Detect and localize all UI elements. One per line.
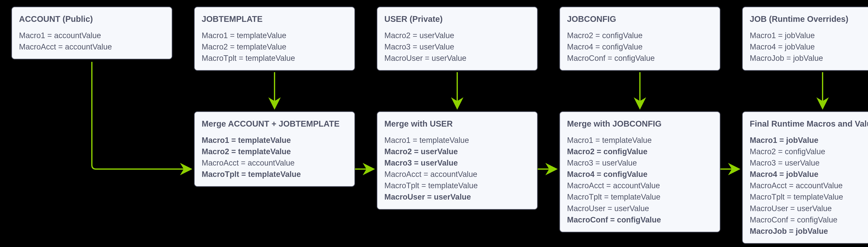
node-title: ACCOUNT (Public): [19, 13, 165, 25]
macro-line: MacroAcct = accountValue: [750, 180, 868, 191]
macro-line: Macro1 = templateValue: [384, 135, 530, 146]
macro-line: Macro2 = templateValue: [202, 41, 347, 52]
macro-line: Macro4 = jobValue: [750, 169, 868, 180]
macro-line: MacroTplt = templateValue: [202, 52, 347, 64]
macro-line: MacroConf = configValue: [750, 214, 868, 225]
macro-line: Macro3 = userValue: [384, 157, 530, 169]
node-title: JOBCONFIG: [567, 13, 713, 25]
macro-line: Macro3 = userValue: [567, 157, 713, 169]
macro-line: MacroTplt = templateValue: [750, 191, 868, 203]
macro-line: Macro2 = configValue: [567, 146, 713, 157]
macro-line: Macro3 = userValue: [750, 157, 868, 169]
macro-line: MacroUser = userValue: [384, 52, 530, 64]
node-merge-final: Final Runtime Macros and ValuesMacro1 = …: [742, 111, 868, 244]
macro-line: MacroTplt = templateValue: [384, 180, 530, 191]
macro-line: Macro4 = configValue: [567, 169, 713, 180]
node-title: JOBTEMPLATE: [202, 13, 347, 25]
macro-line: MacroJob = jobValue: [750, 225, 868, 237]
macro-line: Macro2 = configValue: [750, 146, 868, 157]
node-title: Merge ACCOUNT + JOBTEMPLATE: [202, 118, 347, 130]
node-job: JOB (Runtime Overrides)Macro1 = jobValue…: [742, 7, 868, 71]
node-merge-jobconfig: Merge with JOBCONFIGMacro1 = templateVal…: [559, 111, 720, 232]
macro-line: Macro2 = userValue: [384, 146, 530, 157]
node-title: Final Runtime Macros and Values: [750, 118, 868, 130]
macro-line: Macro4 = jobValue: [750, 41, 868, 52]
macro-line: Macro3 = userValue: [384, 41, 530, 52]
node-title: Merge with JOBCONFIG: [567, 118, 713, 130]
macro-line: Macro1 = templateValue: [202, 30, 347, 41]
node-jobconfig: JOBCONFIGMacro2 = configValueMacro4 = co…: [559, 7, 720, 71]
macro-line: MacroConf = configValue: [567, 52, 713, 64]
macro-line: MacroAcct = accountValue: [384, 169, 530, 180]
node-title: USER (Private): [384, 13, 530, 25]
macro-line: MacroAcct = accountValue: [567, 180, 713, 191]
macro-line: Macro2 = userValue: [384, 30, 530, 41]
macro-line: Macro1 = templateValue: [202, 135, 347, 146]
node-account: ACCOUNT (Public)Macro1 = accountValueMac…: [11, 7, 173, 59]
node-jobtemplate: JOBTEMPLATEMacro1 = templateValueMacro2 …: [194, 7, 355, 71]
diagram-canvas: ACCOUNT (Public)Macro1 = accountValueMac…: [0, 0, 868, 247]
macro-line: MacroAcct = accountValue: [202, 157, 347, 169]
node-title: JOB (Runtime Overrides): [750, 13, 868, 25]
node-user: USER (Private)Macro2 = userValueMacro3 =…: [377, 7, 538, 71]
macro-line: MacroUser = userValue: [567, 203, 713, 214]
macro-line: MacroTplt = templateValue: [202, 169, 347, 180]
node-title: Merge with USER: [384, 118, 530, 130]
node-merge-account-jobtemplate: Merge ACCOUNT + JOBTEMPLATEMacro1 = temp…: [194, 111, 355, 187]
macro-line: MacroUser = userValue: [384, 191, 530, 203]
macro-line: MacroUser = userValue: [750, 203, 868, 214]
macro-line: MacroJob = jobValue: [750, 52, 868, 64]
macro-line: Macro1 = templateValue: [567, 135, 713, 146]
macro-line: Macro2 = configValue: [567, 30, 713, 41]
arrow-account-to-merge1: [92, 62, 190, 169]
macro-line: Macro1 = accountValue: [19, 30, 165, 41]
macro-line: Macro2 = templateValue: [202, 146, 347, 157]
node-merge-user: Merge with USERMacro1 = templateValueMac…: [377, 111, 538, 210]
macro-line: Macro4 = configValue: [567, 41, 713, 52]
macro-line: MacroTplt = templateValue: [567, 191, 713, 203]
macro-line: Macro1 = jobValue: [750, 30, 868, 41]
macro-line: Macro1 = jobValue: [750, 135, 868, 146]
macro-line: MacroAcct = accountValue: [19, 41, 165, 52]
macro-line: MacroConf = configValue: [567, 214, 713, 225]
